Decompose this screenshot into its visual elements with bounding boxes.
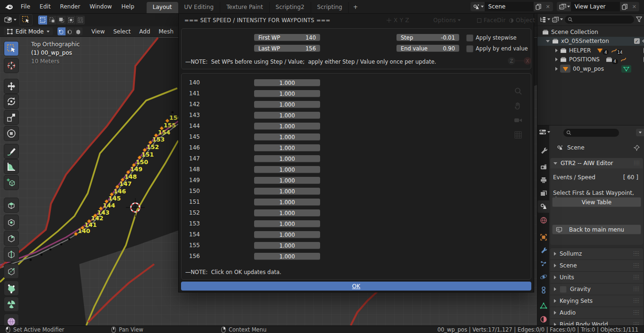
- extrude-region-tool-button[interactable]: [4, 198, 18, 212]
- waypoint-value-field[interactable]: 1.000: [254, 253, 320, 260]
- bevel-tool-button[interactable]: [4, 231, 18, 245]
- scene-selector[interactable]: Scene ✕: [471, 2, 553, 11]
- panel-keying-sets[interactable]: Keying Sets::::::::: [550, 295, 643, 307]
- tab-texture-paint[interactable]: Texture Paint: [220, 2, 269, 13]
- select-mode-subtract-button[interactable]: [57, 16, 66, 25]
- expand-caret-icon[interactable]: [555, 58, 558, 61]
- apply-end-value-checkbox[interactable]: [466, 45, 473, 52]
- properties-tab-view-layer[interactable]: [537, 187, 549, 200]
- panel-units[interactable]: Units::::::::: [550, 271, 643, 283]
- panel-gravity[interactable]: Gravity::::::::: [550, 283, 643, 295]
- panel-drag-handle-icon[interactable]: ::::::::: [633, 299, 639, 303]
- waypoint-value-field[interactable]: 1.000: [254, 155, 320, 162]
- view-layer-name-field[interactable]: View Layer: [571, 2, 620, 11]
- apply-stepwise-checkbox[interactable]: [466, 34, 473, 42]
- properties-tab-modifiers[interactable]: [537, 244, 549, 257]
- waypoint-value-field[interactable]: 1.000: [254, 177, 320, 184]
- copy-view-layer-button[interactable]: [620, 2, 629, 11]
- properties-editor-selector[interactable]: [539, 129, 550, 135]
- panel-drag-handle-icon[interactable]: ::::::::: [633, 252, 639, 256]
- waypoint-value-field[interactable]: 1.000: [254, 133, 320, 141]
- outliner-search[interactable]: [565, 16, 634, 24]
- vertex-dot[interactable]: [68, 238, 71, 241]
- smooth-tool-button[interactable]: [4, 314, 18, 325]
- scale-tool-button[interactable]: [4, 110, 18, 125]
- move-tool-button[interactable]: [4, 79, 18, 93]
- panel-drag-handle-icon[interactable]: ::::::::: [633, 311, 639, 315]
- box-select-tool-button[interactable]: [4, 42, 18, 56]
- transform-tool-button[interactable]: [4, 126, 18, 141]
- filter-icon[interactable]: [636, 17, 642, 22]
- inset-faces-tool-button[interactable]: [4, 215, 18, 229]
- outliner-row-wp-object[interactable]: 00_wp_pos: [537, 64, 644, 73]
- outliner-row-scene-collection[interactable]: Scene Collection: [537, 27, 644, 36]
- outliner-display-mode[interactable]: [552, 17, 563, 23]
- waypoint-value-field[interactable]: 1.000: [254, 101, 320, 108]
- last-wp-field[interactable]: Last WP 156: [254, 45, 320, 52]
- vertex-dot[interactable]: [30, 259, 32, 261]
- vertex-select-button[interactable]: [58, 27, 66, 35]
- outliner-row-positions[interactable]: POSITIONS 4 ✓: [537, 55, 644, 64]
- waypoint-value-field[interactable]: 1.000: [254, 199, 320, 206]
- viewport-menu-add[interactable]: Add: [135, 28, 154, 35]
- menu-edit[interactable]: Edit: [35, 2, 55, 11]
- step-field[interactable]: Step -0.01: [396, 34, 459, 41]
- viewport-menu-select[interactable]: Select: [109, 28, 135, 35]
- properties-options-button[interactable]: [636, 129, 644, 136]
- editor-type-selector[interactable]: [0, 16, 19, 24]
- unlink-scene-button[interactable]: ✕: [543, 4, 553, 10]
- mode-dropdown[interactable]: Edit Mode: [4, 27, 53, 35]
- waypoint-value-field[interactable]: 1.000: [254, 188, 320, 195]
- tab-scripting[interactable]: Scripting: [311, 2, 349, 13]
- select-mode-invert-button[interactable]: [66, 16, 75, 25]
- edge-select-button[interactable]: [66, 27, 74, 35]
- menu-help[interactable]: Help: [116, 2, 139, 11]
- panel-drag-handle-icon[interactable]: ::::::::: [633, 264, 639, 267]
- measure-tool-button[interactable]: [4, 159, 18, 174]
- properties-tab-constraints[interactable]: [537, 284, 549, 296]
- properties-search[interactable]: [563, 129, 619, 137]
- properties-tab-scene[interactable]: [537, 200, 549, 213]
- panel-sollumz[interactable]: Sollumz::::::::: [550, 248, 643, 259]
- spin-tool-button[interactable]: [4, 297, 18, 311]
- waypoint-value-field[interactable]: 1.000: [254, 166, 320, 173]
- panel-audio[interactable]: Audio::::::::: [550, 307, 643, 318]
- waypoint-value-field[interactable]: 1.000: [254, 231, 320, 238]
- outliner-row-track-collection[interactable]: xO_05Snetterton ✓: [537, 37, 644, 46]
- properties-tab-output[interactable]: [537, 174, 549, 186]
- blender-logo-icon[interactable]: [5, 3, 13, 10]
- waypoint-value-field[interactable]: 1.000: [254, 123, 320, 130]
- first-wp-field[interactable]: First WP 140: [254, 34, 320, 41]
- properties-tab-material[interactable]: [537, 313, 549, 325]
- menu-window[interactable]: Window: [85, 2, 116, 11]
- rotate-tool-button[interactable]: [4, 94, 18, 108]
- waypoint-value-field[interactable]: 1.000: [254, 112, 320, 119]
- vertex-dot[interactable]: [60, 243, 63, 246]
- aiw-editor-panel-header[interactable]: GTR2 -- AIW Editor ::::::::: [550, 158, 643, 168]
- copy-scene-button[interactable]: [534, 2, 543, 11]
- add-cube-tool-button[interactable]: [4, 175, 18, 190]
- waypoint-value-field[interactable]: 1.000: [254, 242, 320, 249]
- view-layer-selector[interactable]: View Layer ✕: [557, 2, 639, 11]
- tab-scripting2[interactable]: Scripting2: [270, 2, 311, 13]
- scene-name-field[interactable]: Scene: [485, 2, 534, 11]
- face-select-button[interactable]: [74, 27, 83, 35]
- expand-caret-icon[interactable]: [555, 67, 558, 71]
- properties-tab-physics[interactable]: [537, 271, 549, 283]
- end-value-field[interactable]: End value 0.90: [396, 45, 459, 52]
- waypoint-value-field[interactable]: 1.000: [254, 79, 320, 86]
- collection-checkbox[interactable]: ✓: [634, 38, 640, 44]
- eye-visibility-icon[interactable]: [642, 39, 644, 43]
- cursor-tool-button[interactable]: [4, 58, 18, 73]
- active-tool-icon[interactable]: [19, 14, 33, 25]
- properties-tab-object[interactable]: [537, 231, 549, 243]
- back-to-main-menu-button[interactable]: Back to main menu: [552, 225, 641, 234]
- waypoint-value-field[interactable]: 1.000: [254, 220, 320, 227]
- panel-drag-handle-icon[interactable]: ::::::::: [633, 287, 639, 291]
- waypoint-value-field[interactable]: 1.000: [254, 209, 320, 216]
- add-workspace-button[interactable]: +: [349, 2, 362, 13]
- loop-cut-tool-button[interactable]: [4, 247, 18, 261]
- collapse-caret-icon[interactable]: [546, 40, 550, 42]
- panel-scene[interactable]: Scene::::::::: [550, 259, 643, 271]
- waypoint-speed-dialog[interactable]: === SET SPEED / INTENSITY FOR WAYPOINTS …: [178, 13, 534, 292]
